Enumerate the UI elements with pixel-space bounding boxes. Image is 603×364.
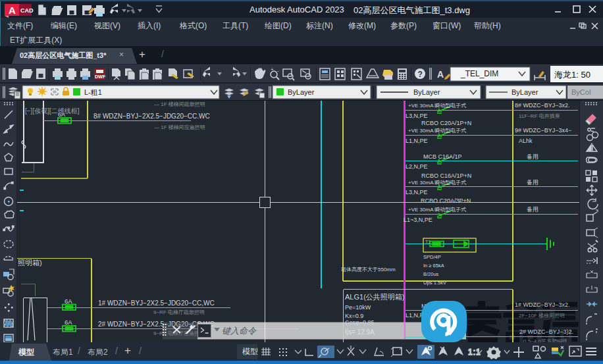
svg-text:?: ? bbox=[418, 70, 423, 79]
svg-text:DWF: DWF bbox=[95, 74, 106, 79]
svg-text:海龙1: 50: 海龙1: 50 bbox=[554, 70, 590, 80]
svg-text:A: A bbox=[437, 69, 444, 80]
svg-text:+: + bbox=[271, 66, 274, 72]
svg-text:Ijs= 12.9A: Ijs= 12.9A bbox=[345, 328, 375, 336]
svg-text:ByLayer: ByLayer bbox=[288, 88, 315, 96]
svg-text:A: A bbox=[9, 5, 16, 16]
svg-text:_TEL_DIM: _TEL_DIM bbox=[460, 69, 498, 78]
svg-text:ByCol: ByCol bbox=[571, 88, 590, 96]
svg-text:L-粗1: L-粗1 bbox=[84, 88, 102, 96]
svg-text:键入命令: 键入命令 bbox=[222, 326, 257, 336]
svg-text:CAD: CAD bbox=[20, 7, 34, 14]
svg-text:-: - bbox=[277, 68, 279, 74]
svg-text:ByLayer: ByLayer bbox=[413, 88, 440, 96]
svg-text:模型: 模型 bbox=[242, 347, 258, 356]
svg-text:ByLayer: ByLayer bbox=[511, 88, 538, 96]
svg-text:1:1: 1:1 bbox=[468, 348, 481, 357]
